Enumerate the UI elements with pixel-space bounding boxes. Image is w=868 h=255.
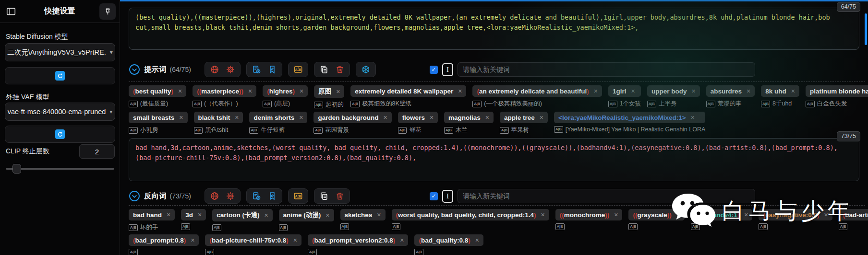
tag-chip[interactable]: anime (动漫)×	[279, 209, 334, 221]
remove-tag-icon[interactable]: ×	[541, 211, 545, 219]
translate-mini-icon[interactable]: A|B	[691, 223, 700, 230]
remove-tag-icon[interactable]: ×	[326, 211, 329, 219]
tag-chip[interactable]: (bad-picture-chill-75v:0.8)×	[205, 234, 301, 246]
remove-tag-icon[interactable]: ×	[594, 87, 598, 95]
remove-tag-icon[interactable]: ×	[299, 114, 303, 121]
remove-tag-icon[interactable]: ×	[377, 211, 381, 219]
tag-chip[interactable]: 1girl×	[608, 85, 641, 97]
text-cursor-icon[interactable]: I	[442, 63, 453, 76]
negative-prompt-textarea[interactable]: bad hand,3d,cartoon,anime,sketches,(wors…	[129, 138, 859, 181]
translate-mini-icon[interactable]: A|B	[500, 127, 509, 134]
tag-chip[interactable]: cartoon (卡通)×	[212, 209, 272, 221]
tag-chip[interactable]: (bad-artist:0.8)×	[839, 209, 868, 220]
translate-mini-icon[interactable]: A|B	[554, 126, 563, 133]
translate-mini-icon[interactable]: A|B	[129, 224, 138, 231]
translate-mini-icon[interactable]: A|B	[313, 127, 323, 134]
tag-chip[interactable]: 3d×	[181, 209, 206, 220]
translate-mini-icon[interactable]: A|B	[129, 249, 138, 255]
tag-chip[interactable]: (bad_prompt:0.8)×	[129, 234, 199, 246]
translate-mini-icon[interactable]: A|B	[472, 101, 482, 107]
remove-tag-icon[interactable]: ×	[264, 211, 268, 219]
remove-tag-icon[interactable]: ×	[191, 236, 194, 244]
translate-mini-icon[interactable]: A|B	[398, 127, 407, 134]
translate-mini-icon[interactable]: A|B	[706, 101, 715, 107]
translate-mini-icon[interactable]: A|B	[628, 223, 638, 230]
tag-chip[interactable]: (best quality)×	[129, 85, 186, 97]
trash-icon[interactable]	[336, 65, 344, 74]
remove-tag-icon[interactable]: ×	[248, 87, 252, 95]
tag-chip[interactable]: (bad_prompt_version2:0.8)×	[308, 234, 409, 246]
remove-tag-icon[interactable]: ×	[383, 114, 387, 121]
remove-tag-icon[interactable]: ×	[614, 211, 618, 219]
remove-tag-icon[interactable]: ×	[336, 88, 340, 95]
remove-tag-icon[interactable]: ×	[458, 87, 462, 95]
tag-chip[interactable]: apple tree×	[500, 112, 548, 123]
remove-tag-icon[interactable]: ×	[747, 87, 750, 95]
tag-chip[interactable]: (bad_quality:0.8)×	[414, 234, 483, 246]
globe-icon[interactable]	[210, 65, 219, 74]
tag-chip[interactable]: denim shorts×	[249, 112, 307, 123]
translate-mini-icon[interactable]: A|B	[761, 101, 770, 107]
tag-chip[interactable]: ((masterpiece))×	[193, 85, 256, 97]
remove-tag-icon[interactable]: ×	[293, 236, 297, 244]
translate-mini-icon[interactable]: A|B	[181, 223, 190, 230]
new-keyword-input[interactable]	[458, 189, 755, 203]
remove-tag-icon[interactable]: ×	[235, 114, 239, 121]
tag-chip[interactable]: sketches×	[340, 209, 386, 220]
positive-prompt-textarea[interactable]: (best quality),((masterpiece)),(highres)…	[129, 8, 859, 50]
globe-icon[interactable]	[210, 192, 219, 200]
remove-tag-icon[interactable]: ×	[676, 211, 680, 219]
sd-model-select[interactable]: 二次元\AnythingV5V3_v5PrtRE. ▾	[5, 43, 115, 61]
translate-mini-icon[interactable]: A|B	[129, 101, 138, 107]
translate-mini-icon[interactable]: A|B	[340, 223, 350, 230]
translate-mini-icon[interactable]: A|B	[806, 101, 815, 107]
translate-mini-icon[interactable]: A|B	[392, 223, 401, 230]
remove-tag-icon[interactable]: ×	[744, 211, 748, 219]
tag-chip[interactable]: (highres)×	[263, 85, 308, 97]
gear-icon[interactable]	[226, 65, 235, 74]
tag-chip[interactable]: 8k uhd×	[761, 85, 799, 97]
remove-tag-icon[interactable]: ×	[691, 114, 695, 121]
tag-chip[interactable]: <lora:yaeMikoRealistic_yaemikoMixed:1>×	[554, 112, 705, 123]
translate-mini-icon[interactable]: A|B	[308, 249, 317, 255]
clip-skip-value[interactable]: 2	[79, 144, 115, 159]
tag-chip[interactable]: ((grayscale))×	[628, 209, 685, 220]
keyword-filter-checkbox[interactable]: ✓	[430, 192, 438, 200]
collapse-chevron-icon[interactable]	[129, 190, 140, 202]
vae-model-select[interactable]: vae-ft-mse-840000-ema-pruned ▾	[5, 103, 115, 121]
pin-button[interactable]	[99, 3, 116, 20]
scrollbar-thumb[interactable]	[865, 13, 867, 45]
copy-icon[interactable]	[320, 65, 328, 74]
trash-icon[interactable]	[336, 192, 344, 200]
translate-mini-icon[interactable]: A|B	[759, 223, 768, 230]
tag-chip[interactable]: upper body×	[647, 85, 700, 97]
tag-chip[interactable]: garden background×	[313, 112, 391, 123]
bookmark-star-icon[interactable]	[268, 192, 277, 200]
openai-icon[interactable]	[362, 65, 370, 74]
bookmark-star-icon[interactable]	[268, 65, 277, 74]
tag-chip[interactable]: small breasts×	[129, 112, 188, 123]
doc-history-icon[interactable]	[252, 65, 261, 74]
translate-mini-icon[interactable]: A|B	[279, 224, 288, 231]
translate-mini-icon[interactable]: A|B	[212, 224, 221, 231]
translate-mini-icon[interactable]: A|B	[314, 102, 323, 108]
remove-tag-icon[interactable]: ×	[692, 87, 696, 95]
vae-refresh-button[interactable]	[5, 126, 115, 143]
panel-toggle-icon[interactable]	[6, 6, 16, 17]
remove-tag-icon[interactable]: ×	[485, 114, 489, 121]
translate-mini-icon[interactable]: A|B	[444, 127, 453, 134]
gear-icon[interactable]	[226, 192, 235, 200]
tag-chip[interactable]: platinum blonde hair×	[806, 85, 868, 97]
translate-mini-icon[interactable]: A|B	[193, 101, 202, 107]
translate-mini-icon[interactable]: A|B	[414, 249, 423, 255]
remove-tag-icon[interactable]: ×	[300, 87, 303, 95]
remove-tag-icon[interactable]: ×	[167, 211, 170, 219]
translate-mini-icon[interactable]: A|B	[194, 127, 203, 134]
translate-mini-icon[interactable]: A|B	[249, 127, 258, 134]
translate-mini-icon[interactable]: A|B	[608, 101, 617, 107]
clip-skip-slider[interactable]	[6, 168, 114, 170]
keyword-filter-checkbox[interactable]: ✓	[430, 66, 438, 74]
collapse-chevron-icon[interactable]	[129, 64, 140, 75]
remove-tag-icon[interactable]: ×	[178, 87, 182, 95]
tag-chip[interactable]: bad hand×	[129, 209, 175, 220]
